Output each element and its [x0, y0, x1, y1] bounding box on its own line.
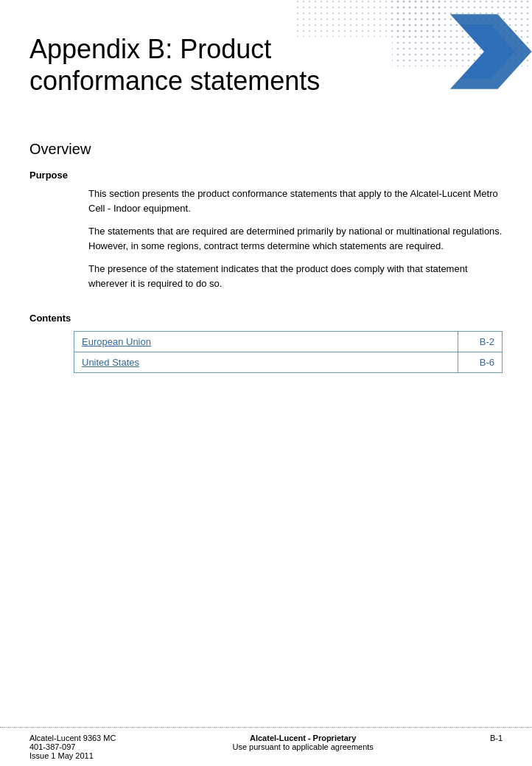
footer-issue: Issue 1 May 2011	[29, 751, 116, 760]
footer-partno: 401-387-097	[29, 742, 116, 751]
para2: The statements that are required are det…	[88, 224, 503, 253]
footer-page: B-1	[490, 734, 503, 742]
contents-label: Contents	[29, 313, 503, 324]
overview-section: Overview Purpose This section presents t…	[29, 141, 503, 290]
footer: Alcatel-Lucent 9363 MC 401-387-097 Issue…	[0, 727, 532, 766]
toc-table: European Union B-2 United States B-6	[74, 331, 503, 373]
para1: This section presents the product confor…	[88, 187, 503, 215]
footer-right: B-1	[490, 734, 503, 742]
toc-page-us: B-6	[458, 352, 503, 373]
contents-section: Contents European Union B-2 United State…	[29, 313, 503, 373]
toc-tbody: European Union B-2 United States B-6	[74, 332, 503, 373]
footer-center: Alcatel-Lucent - Proprietary Use pursuan…	[232, 734, 373, 751]
page-wrapper: // This won't run as inline SVG script, …	[0, 0, 532, 766]
toc-page-eu: B-2	[458, 332, 503, 352]
para3: The presence of the statement indicates …	[88, 262, 503, 290]
page-title: Appendix B: Product conformance statemen…	[29, 22, 339, 97]
footer-license: Use pursuant to applicable agreements	[232, 742, 373, 751]
toc-link-us[interactable]: United States	[74, 352, 458, 373]
purpose-label: Purpose	[29, 170, 503, 181]
toc-link-eu[interactable]: European Union	[74, 332, 458, 352]
footer-left: Alcatel-Lucent 9363 MC 401-387-097 Issue…	[29, 734, 116, 760]
toc-row-1: European Union B-2	[74, 332, 503, 352]
footer-proprietary: Alcatel-Lucent - Proprietary	[250, 734, 356, 742]
overview-heading: Overview	[29, 141, 503, 158]
footer-product: Alcatel-Lucent 9363 MC	[29, 734, 116, 742]
content-area: Appendix B: Product conformance statemen…	[0, 0, 532, 432]
toc-row-2: United States B-6	[74, 352, 503, 373]
title-line2: conformance statements	[29, 66, 320, 96]
title-line1: Appendix B: Product	[29, 34, 271, 64]
